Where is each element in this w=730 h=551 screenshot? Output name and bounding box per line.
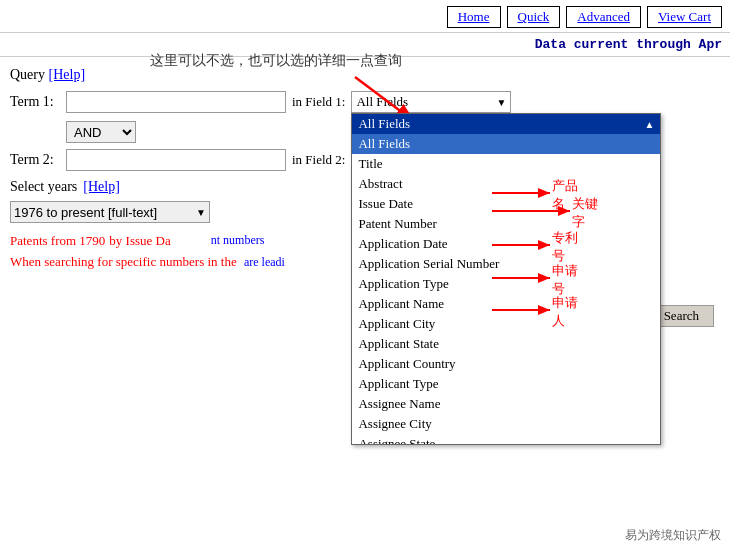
dropdown-item-6[interactable]: Application Serial Number — [352, 254, 660, 274]
field1-container: All Fields ▼ All Fields ▲ All FieldsTitl… — [351, 91, 511, 113]
view-cart-button[interactable]: View Cart — [647, 6, 722, 28]
dropdown-item-12[interactable]: Applicant Type — [352, 374, 660, 394]
field1-label: in Field 1: — [292, 94, 345, 110]
dropdown-item-10[interactable]: Applicant State — [352, 334, 660, 354]
dropdown-item-3[interactable]: Issue Date — [352, 194, 660, 214]
query-label: Query — [10, 67, 45, 82]
patents-line1: Patents from 1790 — [10, 231, 105, 252]
home-button[interactable]: Home — [447, 6, 501, 28]
select-years-help[interactable]: [Help] — [83, 179, 120, 195]
quick-button[interactable]: Quick — [507, 6, 561, 28]
top-nav: Home Quick Advanced View Cart — [0, 0, 730, 33]
dropdown-item-15[interactable]: Assignee State — [352, 434, 660, 444]
advanced-button[interactable]: Advanced — [566, 6, 641, 28]
patents-suffix1: by Issue Da — [109, 231, 170, 252]
field1-selected-value: All Fields — [356, 94, 496, 110]
term1-input[interactable] — [66, 91, 286, 113]
dropdown-item-0[interactable]: All Fields — [352, 134, 660, 154]
field1-dropdown-open: All Fields ▲ All FieldsTitleAbstractIssu… — [351, 113, 661, 445]
dropdown-item-8[interactable]: Applicant Name — [352, 294, 660, 314]
select-years-label: Select years — [10, 179, 77, 195]
dropdown-header: All Fields ▲ — [352, 114, 660, 134]
dropdown-list[interactable]: All FieldsTitleAbstractIssue DatePatent … — [352, 134, 660, 444]
field2-label: in Field 2: — [292, 152, 345, 168]
term2-input[interactable] — [66, 149, 286, 171]
dropdown-item-2[interactable]: Abstract — [352, 174, 660, 194]
dropdown-item-11[interactable]: Applicant Country — [352, 354, 660, 374]
term1-row: Term 1: in Field 1: All Fields ▼ All Fie… — [10, 91, 720, 113]
dropdown-item-13[interactable]: Assignee Name — [352, 394, 660, 414]
chinese-annotation: 这里可以不选，也可以选的详细一点查询 — [150, 52, 402, 70]
field1-dropdown-trigger[interactable]: All Fields ▼ — [351, 91, 511, 113]
field1-arrow-icon: ▼ — [497, 97, 507, 108]
patents-line2: When searching for specific numbers in t… — [10, 254, 237, 269]
term1-label: Term 1: — [10, 94, 60, 110]
dropdown-item-7[interactable]: Application Type — [352, 274, 660, 294]
dropdown-item-4[interactable]: Patent Number — [352, 214, 660, 234]
dropdown-item-14[interactable]: Assignee City — [352, 414, 660, 434]
patents-suffix2: nt numbers — [211, 231, 265, 252]
and-select[interactable]: AND OR NOT — [66, 121, 136, 143]
query-help-link[interactable]: [Help] — [49, 67, 86, 82]
patents-suffix3: are leadi — [244, 255, 285, 269]
dropdown-header-arrow: ▲ — [645, 119, 655, 130]
main-content: Query [Help] Term 1: in Field 1: All Fie… — [0, 57, 730, 273]
years-select-wrapper: 1976 to present [full-text] ▼ — [10, 201, 210, 223]
watermark: 易为跨境知识产权 — [622, 526, 724, 545]
dropdown-item-9[interactable]: Applicant City — [352, 314, 660, 334]
dropdown-item-1[interactable]: Title — [352, 154, 660, 174]
term2-label: Term 2: — [10, 152, 60, 168]
dropdown-header-label: All Fields — [358, 116, 410, 132]
dropdown-item-5[interactable]: Application Date — [352, 234, 660, 254]
years-select[interactable]: 1976 to present [full-text] — [10, 201, 210, 223]
